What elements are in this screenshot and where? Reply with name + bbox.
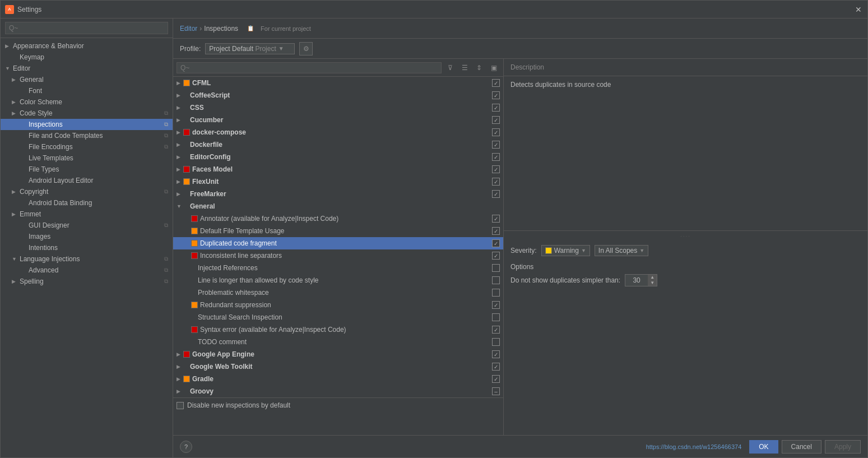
insp-checkbox[interactable] bbox=[492, 91, 500, 99]
expand-all-button[interactable]: ☰ bbox=[458, 62, 471, 74]
insp-row-gwt[interactable]: ▶ Google Web Toolkit bbox=[173, 360, 503, 373]
breadcrumb-editor[interactable]: Editor bbox=[180, 25, 197, 33]
insp-row-cucumber[interactable]: ▶ Cucumber bbox=[173, 114, 503, 126]
scope-dropdown[interactable]: In All Scopes ▼ bbox=[595, 245, 648, 256]
insp-checkbox[interactable] bbox=[492, 301, 500, 309]
arrow-icon: ▶ bbox=[12, 99, 18, 105]
sidebar-item-editor[interactable]: ▼ Editor bbox=[1, 63, 173, 74]
insp-row-duplicated-code[interactable]: Duplicated code fragment bbox=[173, 237, 503, 249]
insp-row-cfml[interactable]: ▶ CFML bbox=[173, 77, 503, 89]
insp-checkbox[interactable] bbox=[492, 239, 500, 247]
sidebar-search-input[interactable] bbox=[5, 22, 168, 34]
arrow-icon: ▶ bbox=[177, 105, 183, 110]
sidebar-item-file-encodings[interactable]: File Encodings ⧉ bbox=[1, 141, 173, 152]
insp-checkbox[interactable] bbox=[492, 350, 500, 358]
insp-row-freemarker[interactable]: ▶ FreeMarker bbox=[173, 188, 503, 200]
sidebar-item-inspections[interactable]: Inspections ⧉ bbox=[1, 119, 173, 130]
sidebar-item-images[interactable]: Images bbox=[1, 231, 173, 242]
sidebar-item-appearance[interactable]: ▶ Appearance & Behavior bbox=[1, 40, 173, 52]
collapse-all-button[interactable]: ⇕ bbox=[473, 62, 485, 74]
insp-checkbox[interactable] bbox=[492, 128, 500, 136]
inspections-search-input[interactable] bbox=[177, 62, 442, 73]
sidebar-item-live-templates[interactable]: Live Templates bbox=[1, 152, 173, 164]
insp-checkbox[interactable] bbox=[492, 252, 500, 260]
sidebar-item-keymap[interactable]: Keymap bbox=[1, 52, 173, 63]
insp-row-gradle[interactable]: ▶ Gradle bbox=[173, 373, 503, 385]
insp-checkbox[interactable] bbox=[492, 79, 500, 87]
increment-button[interactable]: ▲ bbox=[648, 275, 657, 280]
close-button[interactable]: ✕ bbox=[854, 5, 863, 14]
sidebar-item-intentions[interactable]: Intentions bbox=[1, 242, 173, 253]
insp-checkbox[interactable] bbox=[492, 326, 500, 334]
insp-checkbox[interactable] bbox=[492, 178, 500, 186]
sidebar-item-code-style[interactable]: ▶ Code Style ⧉ bbox=[1, 108, 173, 119]
insp-checkbox[interactable] bbox=[492, 190, 500, 198]
insp-row-redundant[interactable]: Redundant suppression bbox=[173, 299, 503, 311]
insp-row-css[interactable]: ▶ CSS bbox=[173, 101, 503, 114]
insp-row-docker-compose[interactable]: ▶ docker-compose bbox=[173, 126, 503, 138]
severity-dropdown[interactable]: Warning ▼ bbox=[541, 245, 590, 256]
insp-row-syntax-error[interactable]: Syntax error (available for Analyze|Insp… bbox=[173, 323, 503, 336]
insp-checkbox[interactable] bbox=[492, 289, 500, 297]
insp-checkbox[interactable] bbox=[492, 313, 500, 321]
insp-row-structural-search[interactable]: Structural Search Inspection bbox=[173, 311, 503, 323]
insp-row-dockerfile[interactable]: ▶ Dockerfile bbox=[173, 138, 503, 151]
insp-row-coffeescript[interactable]: ▶ CoffeeScript bbox=[173, 89, 503, 101]
insp-row-faces-model[interactable]: ▶ Faces Model bbox=[173, 163, 503, 175]
help-button[interactable]: ? bbox=[180, 441, 192, 453]
sidebar-item-lang-injections[interactable]: ▼ Language Injections ⧉ bbox=[1, 253, 173, 265]
insp-checkbox[interactable] bbox=[492, 141, 500, 149]
right-panel: Editor › Inspections 📋 For current proje… bbox=[173, 18, 867, 457]
filter-button[interactable]: ⊽ bbox=[444, 62, 456, 74]
group-button[interactable]: ▣ bbox=[488, 62, 500, 74]
insp-checkbox[interactable] bbox=[492, 215, 500, 223]
sidebar-item-copyright[interactable]: ▶ Copyright ⧉ bbox=[1, 186, 173, 197]
sidebar-item-color-scheme[interactable]: ▶ Color Scheme bbox=[1, 96, 173, 108]
sidebar-item-gui-designer[interactable]: GUI Designer ⧉ bbox=[1, 220, 173, 231]
insp-row-todo[interactable]: TODO comment bbox=[173, 336, 503, 348]
sidebar-item-emmet[interactable]: ▶ Emmet bbox=[1, 209, 173, 220]
insp-row-editorconfig[interactable]: ▶ EditorConfig bbox=[173, 151, 503, 163]
insp-checkbox[interactable] bbox=[492, 363, 500, 371]
sidebar-item-android-layout[interactable]: Android Layout Editor bbox=[1, 175, 173, 186]
insp-checkbox[interactable] bbox=[492, 387, 500, 395]
apply-button[interactable]: Apply bbox=[825, 440, 861, 454]
insp-row-default-template[interactable]: Default File Template Usage bbox=[173, 225, 503, 237]
profile-dropdown[interactable]: Project Default Project ▼ bbox=[205, 43, 295, 54]
insp-row-problematic-ws[interactable]: Problematic whitespace bbox=[173, 286, 503, 299]
insp-row-injected-refs[interactable]: Injected References bbox=[173, 262, 503, 274]
sidebar-item-font[interactable]: Font bbox=[1, 85, 173, 96]
insp-checkbox[interactable] bbox=[492, 153, 500, 161]
insp-row-line-longer[interactable]: Line is longer than allowed by code styl… bbox=[173, 274, 503, 286]
insp-checkbox[interactable] bbox=[492, 227, 500, 235]
ok-button[interactable]: OK bbox=[749, 440, 778, 454]
insp-label: Annotator (available for Analyze|Inspect… bbox=[200, 215, 490, 223]
insp-checkbox[interactable] bbox=[492, 264, 500, 272]
insp-row-inconsistent-line[interactable]: Inconsistent line separators bbox=[173, 249, 503, 262]
insp-row-general[interactable]: ▼ General bbox=[173, 200, 503, 212]
insp-row-google-app-engine[interactable]: ▶ Google App Engine bbox=[173, 348, 503, 360]
disable-new-checkbox[interactable] bbox=[177, 402, 184, 409]
gear-button[interactable]: ⚙ bbox=[299, 42, 313, 55]
decrement-button[interactable]: ▼ bbox=[648, 280, 657, 286]
insp-row-flexunit[interactable]: ▶ FlexUnit bbox=[173, 175, 503, 188]
insp-checkbox[interactable] bbox=[492, 338, 500, 346]
sidebar-item-general[interactable]: ▶ General bbox=[1, 74, 173, 85]
sidebar-item-label: Editor bbox=[13, 64, 168, 72]
sidebar-item-advanced[interactable]: Advanced ⧉ bbox=[1, 265, 173, 276]
sidebar-item-android-data[interactable]: Android Data Binding bbox=[1, 197, 173, 209]
duplicate-value-input[interactable] bbox=[625, 275, 648, 285]
insp-checkbox[interactable] bbox=[492, 276, 500, 284]
resize-handle[interactable]: ···· bbox=[504, 233, 867, 239]
cancel-button[interactable]: Cancel bbox=[782, 440, 821, 454]
insp-row-annotator[interactable]: Annotator (available for Analyze|Inspect… bbox=[173, 212, 503, 225]
insp-checkbox[interactable] bbox=[492, 104, 500, 112]
sidebar-item-spelling[interactable]: ▶ Spelling ⧉ bbox=[1, 276, 173, 287]
insp-row-groovy[interactable]: ▶ Groovy bbox=[173, 385, 503, 397]
sidebar-item-file-types[interactable]: File Types bbox=[1, 164, 173, 175]
insp-checkbox[interactable] bbox=[492, 375, 500, 383]
sidebar-item-file-templates[interactable]: File and Code Templates ⧉ bbox=[1, 130, 173, 141]
copy-icon: ⧉ bbox=[164, 121, 168, 128]
insp-checkbox[interactable] bbox=[492, 116, 500, 124]
insp-checkbox[interactable] bbox=[492, 165, 500, 173]
